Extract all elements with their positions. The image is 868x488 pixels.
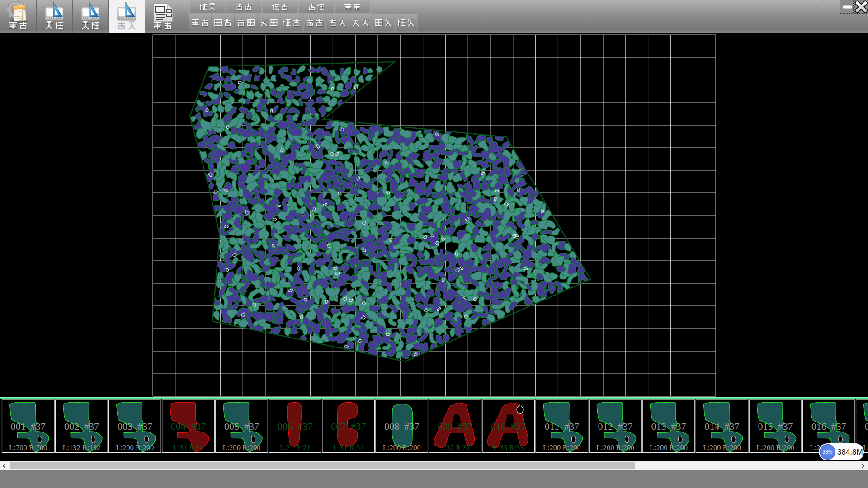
svg-text:006_#37: 006_#37 bbox=[278, 421, 312, 432]
svg-text:016_#37: 016_#37 bbox=[811, 421, 846, 432]
svg-text:L:200 R:200: L:200 R:200 bbox=[223, 443, 261, 452]
svg-text:013_#37: 013_#37 bbox=[651, 421, 686, 432]
svg-text:009_#37: 009_#37 bbox=[438, 421, 472, 432]
svg-text:015_#37: 015_#37 bbox=[758, 421, 793, 432]
svg-text:007_#37: 007_#37 bbox=[331, 421, 366, 432]
svg-text:384.8M: 384.8M bbox=[837, 448, 863, 456]
svg-text:L:33 R:33: L:33 R:33 bbox=[493, 443, 524, 452]
svg-text:002_#37: 002_#37 bbox=[64, 421, 99, 432]
svg-text:L:200 R:200: L:200 R:200 bbox=[543, 443, 581, 452]
svg-text:010_#37: 010_#37 bbox=[491, 421, 526, 432]
svg-text:005_#37: 005_#37 bbox=[224, 421, 259, 432]
svg-text:38%: 38% bbox=[822, 449, 832, 455]
svg-text:L:32 R:31: L:32 R:31 bbox=[440, 443, 470, 452]
svg-text:011_#37: 011_#37 bbox=[545, 421, 579, 432]
svg-text:L:132 R:132: L:132 R:132 bbox=[62, 443, 100, 452]
svg-text:008_#37: 008_#37 bbox=[384, 421, 419, 432]
svg-text:003_#37: 003_#37 bbox=[118, 421, 152, 432]
svg-text:004_#37: 004_#37 bbox=[171, 421, 206, 432]
svg-text:L:31 R:31: L:31 R:31 bbox=[333, 443, 363, 452]
svg-text:L:31 R:31: L:31 R:31 bbox=[173, 443, 203, 452]
svg-text:L:200 R:200: L:200 R:200 bbox=[596, 443, 634, 452]
svg-text:014_#37: 014_#37 bbox=[705, 421, 740, 432]
svg-text:L:200 R:200: L:200 R:200 bbox=[756, 443, 794, 452]
svg-text:012_#37: 012_#37 bbox=[598, 421, 633, 432]
svg-text:L:200 R:200: L:200 R:200 bbox=[116, 443, 154, 452]
svg-text:017_#37: 017_#37 bbox=[865, 421, 868, 432]
svg-text:L:200 R:200: L:200 R:200 bbox=[863, 443, 868, 452]
svg-text:001_#37: 001_#37 bbox=[11, 421, 46, 432]
svg-text:L:700 R:700: L:700 R:700 bbox=[9, 443, 47, 452]
svg-text:L:200 R:200: L:200 R:200 bbox=[650, 443, 688, 452]
svg-text:L:200 R:200: L:200 R:200 bbox=[383, 443, 421, 452]
svg-text:L:200 R:200: L:200 R:200 bbox=[703, 443, 741, 452]
svg-text:L:21 R:21: L:21 R:21 bbox=[280, 443, 310, 452]
